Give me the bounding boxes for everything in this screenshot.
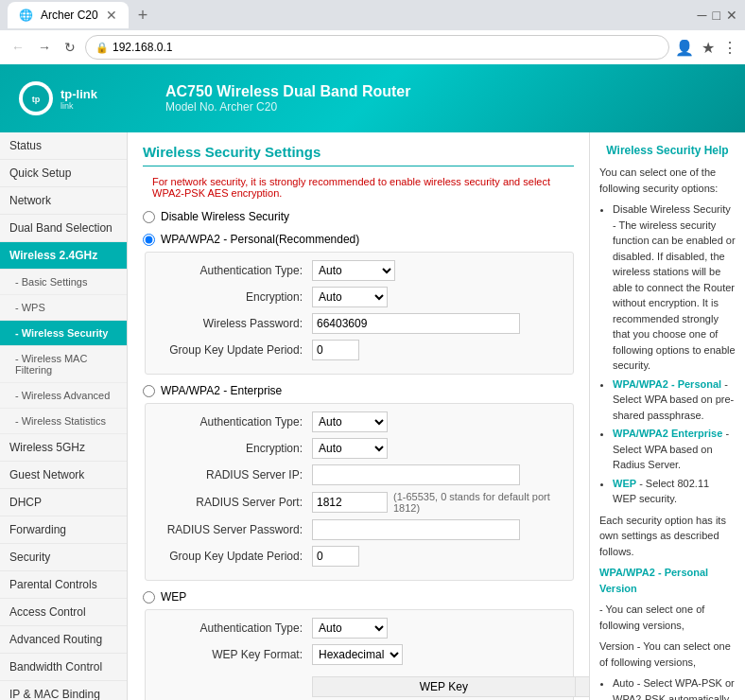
wep-section: WEP Authentication Type: Auto WEP Key Fo… xyxy=(143,590,574,700)
sidebar-item-mac-filtering[interactable]: - Wireless MAC Filtering xyxy=(0,346,127,383)
sidebar-item-access-control[interactable]: Access Control xyxy=(0,599,127,626)
sidebar-item-guest-network[interactable]: Guest Network xyxy=(0,462,127,489)
enterprise-group-input[interactable] xyxy=(312,546,359,567)
personal-auth-label: Authentication Type: xyxy=(161,264,312,277)
sidebar-item-wireless-5g[interactable]: Wireless 5GHz xyxy=(0,434,127,462)
browser-chrome: 🌐 Archer C20 ✕ + ─ □ ✕ ← → ↻ 🔒 👤 ★ ⋮ xyxy=(0,0,745,64)
enterprise-auth-select[interactable]: Auto xyxy=(312,411,388,432)
page-title: Wireless Security Settings xyxy=(143,144,574,166)
personal-group-row: Group Key Update Period: xyxy=(161,340,558,360)
personal-pw-input[interactable] xyxy=(312,313,520,334)
enterprise-auth-label: Authentication Type: xyxy=(161,415,312,429)
wep-box: Authentication Type: Auto WEP Key Format… xyxy=(145,609,574,700)
tab-close-button[interactable]: ✕ xyxy=(106,8,117,23)
minimize-button[interactable]: ─ xyxy=(698,8,707,23)
forward-button[interactable]: → xyxy=(34,38,55,57)
enterprise-radius-port-label: RADIUS Server Port: xyxy=(161,496,312,509)
browser-controls: ← → ↻ 🔒 👤 ★ ⋮ xyxy=(0,30,745,64)
new-tab-button[interactable]: + xyxy=(130,6,156,26)
logo-area: tp tp-link link xyxy=(0,81,147,115)
sidebar-item-security[interactable]: Security xyxy=(0,544,127,571)
main-area: Status Quick Setup Network Dual Band Sel… xyxy=(0,132,745,700)
sidebar-item-wireless-24[interactable]: Wireless 2.4GHz xyxy=(0,242,127,270)
svg-text:tp: tp xyxy=(32,95,41,104)
maximize-button[interactable]: □ xyxy=(713,8,720,23)
help-bullet-disable-text: Disable Wireless Security - The wireless… xyxy=(613,203,736,371)
wpa-personal-radio-label[interactable]: WPA/WPA2 - Personal(Recommended) xyxy=(143,233,574,246)
enterprise-radius-port-input[interactable] xyxy=(312,492,388,513)
enterprise-enc-label: Encryption: xyxy=(161,442,312,455)
back-button[interactable]: ← xyxy=(8,38,28,57)
wep-auth-select[interactable]: Auto xyxy=(312,618,388,639)
sidebar-item-status[interactable]: Status xyxy=(0,132,127,160)
enterprise-group-label: Group Key Update Period: xyxy=(161,550,312,563)
close-button[interactable]: ✕ xyxy=(726,8,737,23)
help-bullet-disable: Disable Wireless Security - The wireless… xyxy=(613,201,736,374)
logo-tagline: link xyxy=(61,101,97,111)
browser-tab[interactable]: 🌐 Archer C20 ✕ xyxy=(8,2,129,28)
help-title: Wireless Security Help xyxy=(599,142,736,159)
browser-actions: 👤 ★ ⋮ xyxy=(675,39,737,57)
app-header: tp tp-link link AC750 Wireless Dual Band… xyxy=(0,64,745,132)
table-row: Key 1: Disabled64Bit128Bit152Bit xyxy=(313,697,590,701)
sidebar-item-forwarding[interactable]: Forwarding xyxy=(0,516,127,544)
sidebar-item-wireless-advanced[interactable]: - Wireless Advanced xyxy=(0,383,127,409)
sidebar-item-ip-mac[interactable]: IP & MAC Binding xyxy=(0,681,127,700)
reload-button[interactable]: ↻ xyxy=(61,38,79,57)
wpa-enterprise-radio-label[interactable]: WPA/WPA2 - Enterprise xyxy=(143,384,574,397)
sidebar-item-dhcp[interactable]: DHCP xyxy=(0,489,127,516)
tab-title: Archer C20 xyxy=(41,9,98,22)
sidebar-item-wireless-stats[interactable]: - Wireless Statistics xyxy=(0,409,127,434)
menu-icon[interactable]: ⋮ xyxy=(722,39,737,57)
wep-format-select[interactable]: HexadecimalASCII xyxy=(312,644,403,665)
personal-auth-row: Authentication Type: AutoWPA-PSKWPA2-PSK xyxy=(161,260,558,281)
disable-radio-label[interactable]: Disable Wireless Security xyxy=(143,210,574,223)
enterprise-radius-port-row: RADIUS Server Port: (1-65535, 0 stands f… xyxy=(161,491,558,514)
logo-brand: tp-link xyxy=(61,87,97,101)
sidebar-item-dual-band[interactable]: Dual Band Selection xyxy=(0,215,127,242)
sidebar-item-wireless-security[interactable]: - Wireless Security xyxy=(0,321,127,346)
wep-auth-row: Authentication Type: Auto xyxy=(161,618,558,639)
help-each-option: Each security option has its own setting… xyxy=(599,513,736,560)
wep-radio[interactable] xyxy=(143,591,155,604)
sidebar-item-wps[interactable]: - WPS xyxy=(0,295,127,321)
personal-group-label: Group Key Update Period: xyxy=(161,343,312,357)
enterprise-enc-row: Encryption: Auto xyxy=(161,438,558,459)
help-wpa-title: WPA/WPA2 - Personal Version xyxy=(599,565,736,596)
personal-group-input[interactable] xyxy=(312,340,359,360)
enterprise-radius-ip-input[interactable] xyxy=(312,464,520,485)
help-wpa-personal-title: WPA/WPA2 - Personal Version xyxy=(599,567,708,594)
enterprise-enc-select[interactable]: Auto xyxy=(312,438,388,459)
help-wpa-personal-intro: - You can select one of following versio… xyxy=(599,602,736,633)
logo-text: tp-link link xyxy=(61,87,97,111)
radius-port-hint: (1-65535, 0 stands for default port 1812… xyxy=(393,491,558,514)
sidebar-item-network[interactable]: Network xyxy=(0,187,127,215)
warning-message: For network security, it is strongly rec… xyxy=(152,176,574,199)
wpa-personal-radio[interactable] xyxy=(143,234,155,246)
sidebar-item-advanced-routing[interactable]: Advanced Routing xyxy=(0,626,127,654)
profile-icon[interactable]: 👤 xyxy=(675,39,694,57)
help-version-auto-text: Auto - Select WPA-PSK or WPA2-PSK automa… xyxy=(613,677,735,700)
personal-auth-select[interactable]: AutoWPA-PSKWPA2-PSK xyxy=(312,260,395,281)
address-input[interactable] xyxy=(113,41,659,54)
wep-keys-table: WEP Key Key Type Key 1: Disabled64Bit128… xyxy=(312,676,589,700)
sidebar-item-quick-setup[interactable]: Quick Setup xyxy=(0,160,127,187)
help-bullets: Disable Wireless Security - The wireless… xyxy=(613,201,736,507)
header-model: Model No. Archer C20 xyxy=(165,100,745,114)
header-product-name: AC750 Wireless Dual Band Router xyxy=(165,83,745,100)
logo-icon: tp xyxy=(19,81,53,115)
disable-radio[interactable] xyxy=(143,211,155,223)
bookmark-icon[interactable]: ★ xyxy=(702,39,715,57)
personal-enc-select[interactable]: AutoTKIPAES xyxy=(312,287,388,307)
help-version-bullets: Auto - Select WPA-PSK or WPA2-PSK automa… xyxy=(613,675,736,700)
help-version-auto: Auto - Select WPA-PSK or WPA2-PSK automa… xyxy=(613,675,736,700)
enterprise-radius-pw-input[interactable] xyxy=(312,519,520,540)
wpa-enterprise-radio[interactable] xyxy=(143,385,155,397)
sidebar-item-basic-settings[interactable]: - Basic Settings xyxy=(0,270,127,295)
address-bar[interactable]: 🔒 xyxy=(85,35,669,60)
sidebar-item-parental[interactable]: Parental Controls xyxy=(0,571,127,599)
content-wrapper: Wireless Security Settings For network s… xyxy=(128,132,745,700)
wpa-enterprise-section: WPA/WPA2 - Enterprise Authentication Typ… xyxy=(143,384,574,581)
wep-radio-label[interactable]: WEP xyxy=(143,590,574,604)
sidebar-item-bandwidth[interactable]: Bandwidth Control xyxy=(0,654,127,681)
